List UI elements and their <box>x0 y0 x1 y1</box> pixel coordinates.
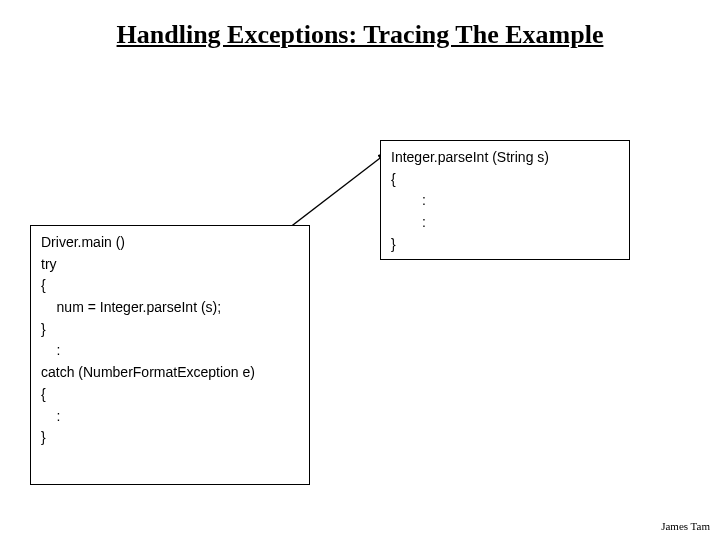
footer-credit: James Tam <box>661 520 710 532</box>
ellipsis-1: : <box>41 340 299 362</box>
callee-signature: Integer.parseInt (String s) <box>391 147 619 169</box>
callee-brace-open: { <box>391 169 619 191</box>
callee-brace-close: } <box>391 234 619 256</box>
ellipsis-2: : <box>41 406 299 428</box>
callee-box: Integer.parseInt (String s) { : : } <box>380 140 630 260</box>
callee-body-1: : <box>391 190 619 212</box>
try-body-call: num = Integer.parseInt (s); <box>41 297 299 319</box>
caller-signature: Driver.main () <box>41 232 299 254</box>
try-keyword: try <box>41 254 299 276</box>
catch-clause: catch (NumberFormatException e) <box>41 362 299 384</box>
page-title: Handling Exceptions: Tracing The Example <box>0 20 720 50</box>
caller-box: Driver.main () try { num = Integer.parse… <box>30 225 310 485</box>
catch-brace-open: { <box>41 384 299 406</box>
try-brace-open: { <box>41 275 299 297</box>
catch-brace-close: } <box>41 427 299 449</box>
callee-body-2: : <box>391 212 619 234</box>
try-brace-close: } <box>41 319 299 341</box>
